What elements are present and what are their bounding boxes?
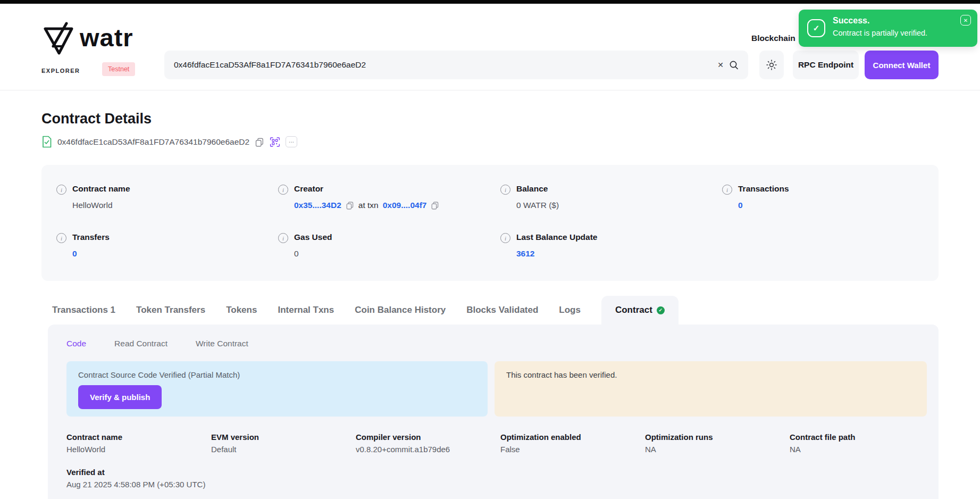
overview-value: 0 xyxy=(294,249,332,259)
search-icon[interactable] xyxy=(729,60,739,70)
verification-banner-text: Contract Source Code Verified (Partial M… xyxy=(78,370,476,379)
contract-fields: Contract name HelloWorld EVM version Def… xyxy=(48,417,939,454)
overview-label: Balance xyxy=(516,184,559,194)
tab-logs[interactable]: Logs xyxy=(559,296,581,325)
sun-icon xyxy=(766,60,777,70)
tab-internal-txns[interactable]: Internal Txns xyxy=(278,296,334,325)
tab-contract[interactable]: Contract ✓ xyxy=(601,296,679,325)
watr-logo-icon[interactable] xyxy=(43,22,74,59)
verification-banner-box: Contract Source Code Verified (Partial M… xyxy=(66,361,488,417)
transfers-count-link[interactable]: 0 xyxy=(72,249,77,259)
field-value: v0.8.20+commit.a1b79de6 xyxy=(356,445,493,454)
toast-close-icon[interactable]: ✕ xyxy=(960,15,971,26)
copy-address-button[interactable] xyxy=(255,137,264,147)
info-icon[interactable]: i xyxy=(500,233,510,243)
overview-value: 0x35....34D2 at txn 0x09....04f7 xyxy=(294,201,439,210)
tab-bar: Transactions 1 Token Transfers Tokens In… xyxy=(41,296,939,325)
theme-toggle-button[interactable] xyxy=(759,51,784,79)
field-optimization-enabled: Optimization enabled False xyxy=(500,433,638,454)
info-icon[interactable]: i xyxy=(56,185,66,195)
tab-tokens[interactable]: Tokens xyxy=(226,296,257,325)
overview-transactions: i Transactions 0 xyxy=(722,184,924,210)
info-icon[interactable]: i xyxy=(278,185,288,195)
overview-label: Gas Used xyxy=(294,232,332,242)
transactions-count-link[interactable]: 0 xyxy=(738,201,743,210)
contract-address: 0x46fdfacE1caD53AfF8a1FD7A76341b7960e6ae… xyxy=(57,137,249,147)
field-label: Optimization runs xyxy=(645,433,782,442)
page-title: Contract Details xyxy=(41,111,939,127)
tab-token-transfers[interactable]: Token Transfers xyxy=(136,296,205,325)
overview-value: HelloWorld xyxy=(72,201,130,210)
field-value: False xyxy=(500,445,638,454)
field-label: EVM version xyxy=(211,433,348,442)
verification-boxes: Contract Source Code Verified (Partial M… xyxy=(48,348,939,417)
info-icon[interactable]: i xyxy=(722,185,732,195)
field-contract-name: Contract name HelloWorld xyxy=(66,433,204,454)
top-black-bar xyxy=(0,0,980,4)
rpc-endpoint-button[interactable]: RPC Endpoint xyxy=(793,51,859,79)
overview-creator: i Creator 0x35....34D2 at txn 0x09....04… xyxy=(278,184,500,210)
contract-subtabs: Code Read Contract Write Contract xyxy=(48,325,939,348)
subtab-code[interactable]: Code xyxy=(66,339,86,348)
field-value: HelloWorld xyxy=(66,445,204,454)
info-icon[interactable]: i xyxy=(56,233,66,243)
field-value: Default xyxy=(211,445,348,454)
tab-transactions[interactable]: Transactions 1 xyxy=(52,296,115,325)
last-balance-update-link[interactable]: 3612 xyxy=(516,249,534,259)
contract-address-row: 0x46fdfacE1caD53AfF8a1FD7A76341b7960e6ae… xyxy=(41,136,939,148)
overview-value: 0 xyxy=(72,249,110,259)
overview-value: 0 WATR ($) xyxy=(516,201,559,210)
copy-txn-icon[interactable] xyxy=(431,201,439,210)
verified-check-icon: ✓ xyxy=(657,306,665,314)
field-label: Verified at xyxy=(66,468,939,477)
main-content: Contract Details 0x46fdfacE1caD53AfF8a1F… xyxy=(0,111,980,499)
nav-blockchain[interactable]: Blockchain xyxy=(751,34,795,43)
overview-label: Transactions xyxy=(738,184,789,194)
overview-contract-name: i Contract name HelloWorld xyxy=(56,184,278,210)
toast-title: Success. xyxy=(833,16,869,26)
field-label: Contract file path xyxy=(790,433,927,442)
toast-message: Contract is partially verified. xyxy=(833,29,927,37)
contract-panel: Code Read Contract Write Contract Contra… xyxy=(48,325,939,499)
tab-blocks-validated[interactable]: Blocks Validated xyxy=(466,296,538,325)
more-actions-button[interactable]: ... xyxy=(286,136,297,147)
overview-balance: i Balance 0 WATR ($) xyxy=(500,184,722,210)
overview-card: i Contract name HelloWorld i Creator 0x3… xyxy=(41,165,939,281)
field-value: Aug 21 2025 4:58:08 PM (+05:30 UTC) xyxy=(66,480,939,489)
overview-label: Creator xyxy=(294,184,439,194)
copy-icon xyxy=(255,137,264,147)
verified-message-box: This contract has been verified. xyxy=(495,361,927,417)
overview-value: 3612 xyxy=(516,249,597,259)
info-icon[interactable]: i xyxy=(500,185,510,195)
overview-last-balance-update: i Last Balance Update 3612 xyxy=(500,232,722,259)
overview-label: Contract name xyxy=(72,184,130,194)
subtab-write-contract[interactable]: Write Contract xyxy=(196,339,248,348)
field-value: NA xyxy=(645,445,782,454)
clear-search-icon[interactable]: ✕ xyxy=(712,59,729,71)
field-label: Optimization enabled xyxy=(500,433,638,442)
field-verified-at: Verified at Aug 21 2025 4:58:08 PM (+05:… xyxy=(48,454,939,489)
toast-check-icon: ✓ xyxy=(807,19,825,37)
tab-coin-balance-history[interactable]: Coin Balance History xyxy=(355,296,446,325)
overview-label: Last Balance Update xyxy=(516,232,597,242)
creator-address-link[interactable]: 0x35....34D2 xyxy=(294,201,341,210)
success-toast: ✓ Success. Contract is partially verifie… xyxy=(799,10,977,47)
search-input[interactable] xyxy=(174,60,712,70)
qr-code-icon xyxy=(270,137,280,147)
network-badge[interactable]: Testnet xyxy=(102,62,135,76)
overview-gas-used: i Gas Used 0 xyxy=(278,232,500,259)
verify-publish-button[interactable]: Verify & publish xyxy=(78,385,162,409)
copy-creator-icon[interactable] xyxy=(346,201,354,210)
logo-text[interactable]: watr xyxy=(80,23,133,52)
qr-code-button[interactable] xyxy=(270,137,280,147)
contract-document-icon xyxy=(41,136,52,148)
overview-value: 0 xyxy=(738,201,789,210)
connect-wallet-button[interactable]: Connect Wallet xyxy=(865,51,939,79)
field-label: Contract name xyxy=(66,433,204,442)
subtab-read-contract[interactable]: Read Contract xyxy=(114,339,167,348)
at-txn-label: at txn xyxy=(358,201,379,210)
info-icon[interactable]: i xyxy=(278,233,288,243)
creation-txn-link[interactable]: 0x09....04f7 xyxy=(383,201,427,210)
tab-contract-label: Contract xyxy=(615,305,652,315)
field-compiler-version: Compiler version v0.8.20+commit.a1b79de6 xyxy=(356,433,493,454)
